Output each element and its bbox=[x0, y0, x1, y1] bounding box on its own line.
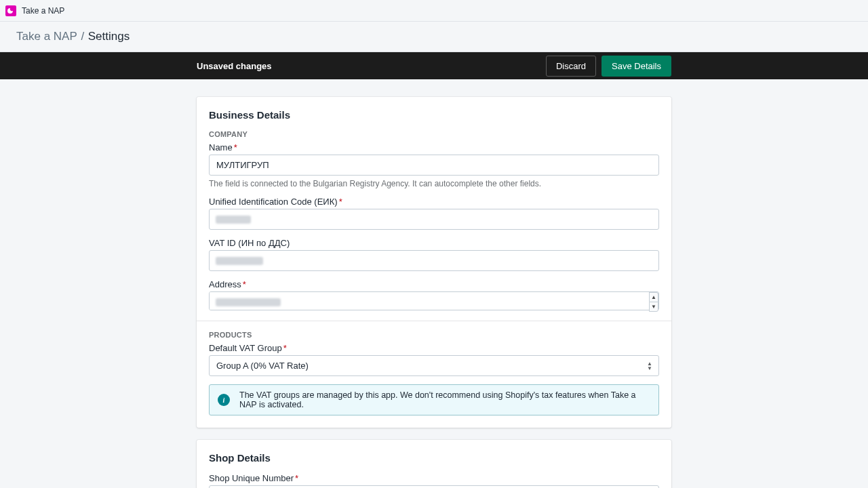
breadcrumb-current: Settings bbox=[88, 30, 130, 43]
unsaved-changes-bar: Unsaved changes Discard Save Details bbox=[0, 52, 868, 79]
shop-unique-number-label-text: Shop Unique Number bbox=[209, 473, 294, 483]
business-details-title: Business Details bbox=[197, 109, 671, 130]
info-icon: i bbox=[218, 394, 230, 406]
shop-details-card: Shop Details Shop Unique Number* bbox=[197, 440, 671, 488]
shop-unique-number-label: Shop Unique Number* bbox=[209, 473, 659, 483]
vatid-field: VAT ID (ИН по ДДС) bbox=[209, 238, 659, 271]
spinner-up-icon[interactable]: ▲ bbox=[649, 292, 658, 302]
eik-label-text: Unified Identification Code (ЕИК) bbox=[209, 197, 338, 207]
info-banner: i The VAT groups are managed by this app… bbox=[209, 384, 659, 415]
eik-input[interactable] bbox=[209, 209, 659, 230]
name-field: Name* The field is connected to the Bulg… bbox=[209, 142, 659, 188]
required-asterisk: * bbox=[234, 142, 237, 152]
banner-text: The VAT groups are managed by this app. … bbox=[239, 390, 650, 409]
eik-label: Unified Identification Code (ЕИК)* bbox=[209, 197, 659, 207]
address-spinner: ▲ ▼ bbox=[649, 292, 658, 312]
required-asterisk: * bbox=[339, 197, 342, 207]
eik-input-wrap bbox=[209, 209, 659, 230]
vat-group-label-text: Default VAT Group bbox=[209, 343, 282, 353]
business-details-card: Business Details COMPANY Name* The field… bbox=[197, 97, 671, 428]
vat-group-field: Default VAT Group* Group A (0% VAT Rate)… bbox=[209, 343, 659, 376]
address-input[interactable] bbox=[209, 291, 659, 310]
name-input[interactable] bbox=[209, 155, 659, 176]
breadcrumb-root[interactable]: Take a NAP bbox=[16, 30, 77, 43]
vat-group-label: Default VAT Group* bbox=[209, 343, 659, 353]
address-label: Address* bbox=[209, 279, 659, 289]
breadcrumb-separator: / bbox=[79, 30, 85, 43]
page-content: Business Details COMPANY Name* The field… bbox=[197, 97, 671, 488]
app-logo-icon bbox=[5, 5, 16, 16]
discard-button[interactable]: Discard bbox=[546, 56, 596, 77]
divider bbox=[197, 321, 671, 321]
app-title: Take a NAP bbox=[22, 6, 64, 16]
vatid-label-text: VAT ID (ИН по ДДС) bbox=[209, 238, 290, 248]
vatid-label: VAT ID (ИН по ДДС) bbox=[209, 238, 659, 248]
shop-unique-number-field: Shop Unique Number* bbox=[209, 473, 659, 488]
spinner-down-icon[interactable]: ▼ bbox=[649, 302, 658, 312]
app-bar: Take a NAP bbox=[0, 0, 868, 22]
address-label-text: Address bbox=[209, 279, 241, 289]
vatid-input-wrap bbox=[209, 250, 659, 271]
required-asterisk: * bbox=[243, 279, 246, 289]
unsaved-label: Unsaved changes bbox=[197, 61, 272, 71]
vat-group-select[interactable]: Group A (0% VAT Rate) ▲ ▼ bbox=[209, 355, 659, 376]
products-section-label: PRODUCTS bbox=[197, 331, 671, 343]
shop-details-title: Shop Details bbox=[197, 452, 671, 473]
name-help-text: The field is connected to the Bulgarian … bbox=[209, 179, 659, 188]
eik-field: Unified Identification Code (ЕИК)* bbox=[209, 197, 659, 230]
vat-group-value: Group A (0% VAT Rate) bbox=[209, 355, 659, 376]
name-label-text: Name bbox=[209, 142, 233, 152]
save-button[interactable]: Save Details bbox=[601, 56, 671, 77]
vatid-input[interactable] bbox=[209, 250, 659, 271]
required-asterisk: * bbox=[295, 473, 298, 483]
breadcrumb: Take a NAP / Settings bbox=[0, 22, 868, 52]
required-asterisk: * bbox=[283, 343, 287, 353]
name-label: Name* bbox=[209, 142, 659, 152]
address-input-wrap: ▲ ▼ bbox=[209, 291, 659, 312]
company-section-label: COMPANY bbox=[197, 130, 671, 142]
address-field: Address* ▲ ▼ bbox=[209, 279, 659, 312]
shop-unique-number-input[interactable] bbox=[209, 485, 659, 488]
